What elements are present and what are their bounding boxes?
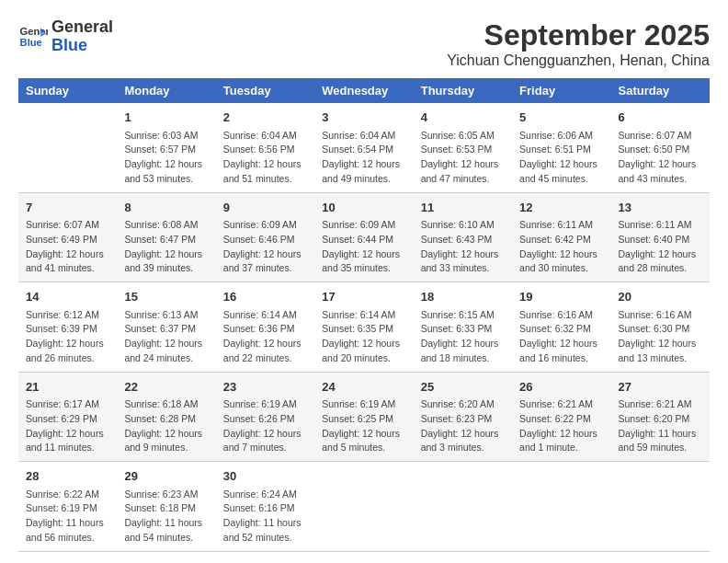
day-number: 17	[322, 288, 405, 306]
weekday-header: Monday	[117, 78, 215, 103]
calendar-cell: 6Sunrise: 6:07 AM Sunset: 6:50 PM Daylig…	[611, 103, 710, 192]
day-number: 24	[322, 378, 405, 396]
calendar-cell: 8Sunrise: 6:08 AM Sunset: 6:47 PM Daylig…	[117, 192, 215, 282]
day-number: 10	[322, 199, 405, 217]
calendar-cell: 22Sunrise: 6:18 AM Sunset: 6:28 PM Dayli…	[117, 372, 215, 462]
calendar-cell: 7Sunrise: 6:07 AM Sunset: 6:49 PM Daylig…	[18, 192, 117, 282]
day-number: 28	[26, 467, 109, 486]
day-info: Sunrise: 6:11 AM Sunset: 6:40 PM Dayligh…	[619, 218, 702, 276]
svg-text:Blue: Blue	[20, 36, 42, 47]
weekday-header: Thursday	[414, 78, 512, 103]
day-info: Sunrise: 6:19 AM Sunset: 6:26 PM Dayligh…	[223, 397, 307, 455]
title-block: September 2025 Yichuan Chengguanzhen, He…	[447, 18, 710, 69]
calendar-cell: 19Sunrise: 6:16 AM Sunset: 6:32 PM Dayli…	[512, 282, 610, 373]
day-info: Sunrise: 6:17 AM Sunset: 6:29 PM Dayligh…	[26, 397, 109, 455]
day-number: 11	[421, 199, 505, 217]
calendar-cell: 24Sunrise: 6:19 AM Sunset: 6:25 PM Dayli…	[314, 372, 413, 462]
calendar-cell: 20Sunrise: 6:16 AM Sunset: 6:30 PM Dayli…	[611, 282, 710, 373]
calendar-cell	[611, 462, 710, 552]
calendar-cell: 4Sunrise: 6:05 AM Sunset: 6:53 PM Daylig…	[414, 103, 512, 192]
day-number: 22	[124, 378, 208, 396]
day-number: 19	[519, 288, 603, 306]
calendar-cell: 15Sunrise: 6:13 AM Sunset: 6:37 PM Dayli…	[117, 282, 215, 373]
day-number: 1	[124, 109, 208, 127]
calendar-cell: 30Sunrise: 6:24 AM Sunset: 6:16 PM Dayli…	[216, 462, 314, 552]
day-info: Sunrise: 6:09 AM Sunset: 6:46 PM Dayligh…	[223, 218, 307, 276]
day-info: Sunrise: 6:23 AM Sunset: 6:18 PM Dayligh…	[124, 488, 208, 546]
day-number: 3	[322, 109, 405, 127]
day-number: 25	[421, 378, 505, 396]
header-row: SundayMondayTuesdayWednesdayThursdayFrid…	[18, 78, 710, 103]
calendar-cell: 3Sunrise: 6:04 AM Sunset: 6:54 PM Daylig…	[314, 103, 413, 192]
calendar-cell: 18Sunrise: 6:15 AM Sunset: 6:33 PM Dayli…	[414, 282, 512, 373]
day-number: 4	[421, 109, 505, 127]
calendar-cell: 5Sunrise: 6:06 AM Sunset: 6:51 PM Daylig…	[512, 103, 610, 192]
day-number: 7	[26, 199, 109, 217]
day-number: 14	[26, 288, 109, 306]
day-info: Sunrise: 6:04 AM Sunset: 6:56 PM Dayligh…	[223, 129, 307, 187]
calendar-cell: 11Sunrise: 6:10 AM Sunset: 6:43 PM Dayli…	[414, 192, 512, 282]
page-header: General Blue General Blue September 2025…	[18, 18, 710, 69]
weekday-header: Wednesday	[314, 78, 413, 103]
day-number: 13	[619, 199, 702, 217]
day-info: Sunrise: 6:07 AM Sunset: 6:49 PM Dayligh…	[26, 218, 109, 276]
weekday-header: Sunday	[18, 78, 117, 103]
calendar-cell: 12Sunrise: 6:11 AM Sunset: 6:42 PM Dayli…	[512, 192, 610, 282]
calendar-cell: 16Sunrise: 6:14 AM Sunset: 6:36 PM Dayli…	[216, 282, 314, 373]
day-info: Sunrise: 6:13 AM Sunset: 6:37 PM Dayligh…	[124, 308, 208, 366]
calendar-cell: 21Sunrise: 6:17 AM Sunset: 6:29 PM Dayli…	[18, 372, 117, 462]
page-title: September 2025	[447, 18, 710, 52]
day-info: Sunrise: 6:16 AM Sunset: 6:30 PM Dayligh…	[619, 308, 702, 366]
day-info: Sunrise: 6:20 AM Sunset: 6:23 PM Dayligh…	[421, 397, 505, 455]
day-number: 2	[223, 109, 307, 127]
day-info: Sunrise: 6:09 AM Sunset: 6:44 PM Dayligh…	[322, 218, 405, 276]
calendar-week-row: 21Sunrise: 6:17 AM Sunset: 6:29 PM Dayli…	[18, 372, 710, 462]
calendar-cell: 28Sunrise: 6:22 AM Sunset: 6:19 PM Dayli…	[18, 462, 117, 552]
day-info: Sunrise: 6:04 AM Sunset: 6:54 PM Dayligh…	[322, 129, 405, 187]
day-number: 18	[421, 288, 505, 306]
day-info: Sunrise: 6:18 AM Sunset: 6:28 PM Dayligh…	[124, 397, 208, 455]
calendar-cell: 2Sunrise: 6:04 AM Sunset: 6:56 PM Daylig…	[216, 103, 314, 192]
day-info: Sunrise: 6:21 AM Sunset: 6:20 PM Dayligh…	[619, 397, 702, 455]
calendar-cell	[18, 103, 117, 192]
calendar-cell: 13Sunrise: 6:11 AM Sunset: 6:40 PM Dayli…	[611, 192, 710, 282]
day-info: Sunrise: 6:10 AM Sunset: 6:43 PM Dayligh…	[421, 218, 505, 276]
day-info: Sunrise: 6:22 AM Sunset: 6:19 PM Dayligh…	[26, 488, 109, 546]
day-info: Sunrise: 6:15 AM Sunset: 6:33 PM Dayligh…	[421, 308, 505, 366]
weekday-header: Tuesday	[216, 78, 314, 103]
day-info: Sunrise: 6:12 AM Sunset: 6:39 PM Dayligh…	[26, 308, 109, 366]
day-info: Sunrise: 6:16 AM Sunset: 6:32 PM Dayligh…	[519, 308, 603, 366]
day-info: Sunrise: 6:08 AM Sunset: 6:47 PM Dayligh…	[124, 218, 208, 276]
day-number: 16	[223, 288, 307, 306]
day-number: 20	[619, 288, 702, 306]
calendar-cell: 14Sunrise: 6:12 AM Sunset: 6:39 PM Dayli…	[18, 282, 117, 373]
day-info: Sunrise: 6:14 AM Sunset: 6:35 PM Dayligh…	[322, 308, 405, 366]
day-info: Sunrise: 6:06 AM Sunset: 6:51 PM Dayligh…	[519, 129, 603, 187]
calendar-cell: 9Sunrise: 6:09 AM Sunset: 6:46 PM Daylig…	[216, 192, 314, 282]
calendar-cell: 25Sunrise: 6:20 AM Sunset: 6:23 PM Dayli…	[414, 372, 512, 462]
calendar-cell	[512, 462, 610, 552]
calendar-week-row: 28Sunrise: 6:22 AM Sunset: 6:19 PM Dayli…	[18, 462, 710, 552]
calendar-cell	[314, 462, 413, 552]
day-info: Sunrise: 6:14 AM Sunset: 6:36 PM Dayligh…	[223, 308, 307, 366]
calendar-cell: 1Sunrise: 6:03 AM Sunset: 6:57 PM Daylig…	[117, 103, 215, 192]
calendar-cell: 29Sunrise: 6:23 AM Sunset: 6:18 PM Dayli…	[117, 462, 215, 552]
calendar-cell	[414, 462, 512, 552]
day-number: 9	[223, 199, 307, 217]
day-number: 27	[619, 378, 702, 396]
day-number: 5	[519, 109, 603, 127]
calendar-cell: 10Sunrise: 6:09 AM Sunset: 6:44 PM Dayli…	[314, 192, 413, 282]
calendar-cell: 17Sunrise: 6:14 AM Sunset: 6:35 PM Dayli…	[314, 282, 413, 373]
calendar-week-row: 14Sunrise: 6:12 AM Sunset: 6:39 PM Dayli…	[18, 282, 710, 373]
day-number: 12	[519, 199, 603, 217]
day-number: 6	[619, 109, 702, 127]
day-number: 21	[26, 378, 109, 396]
day-number: 29	[124, 467, 208, 486]
day-number: 8	[124, 199, 208, 217]
calendar-cell: 26Sunrise: 6:21 AM Sunset: 6:22 PM Dayli…	[512, 372, 610, 462]
day-info: Sunrise: 6:21 AM Sunset: 6:22 PM Dayligh…	[519, 397, 603, 455]
day-number: 26	[519, 378, 603, 396]
day-info: Sunrise: 6:07 AM Sunset: 6:50 PM Dayligh…	[619, 129, 702, 187]
calendar-table: SundayMondayTuesdayWednesdayThursdayFrid…	[18, 78, 710, 552]
day-info: Sunrise: 6:03 AM Sunset: 6:57 PM Dayligh…	[124, 129, 208, 187]
